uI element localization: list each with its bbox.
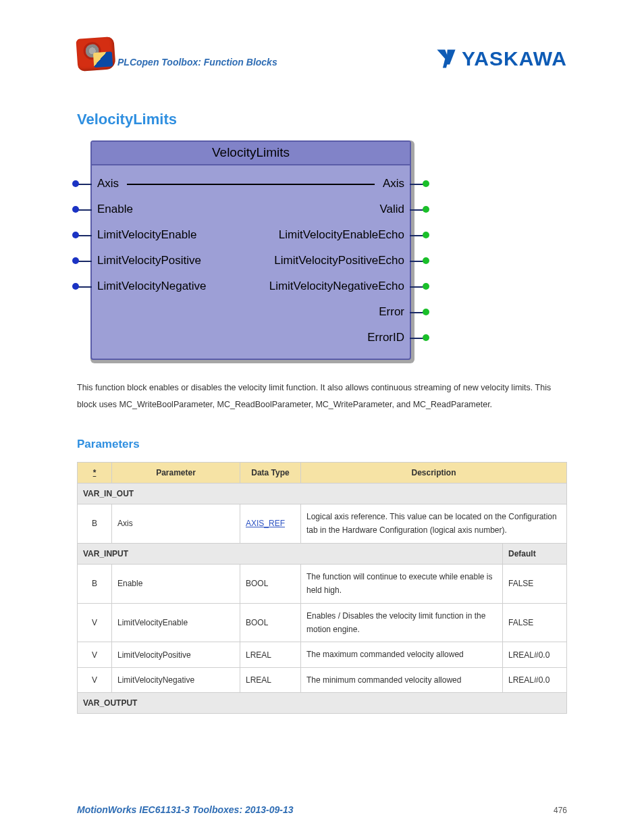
fb-row: EnableValid	[92, 197, 410, 222]
fb-input-dot-icon	[72, 283, 79, 290]
table-header-row: * Parameter Data Type Description	[78, 463, 567, 484]
parameters-heading: Parameters	[77, 438, 567, 451]
fb-row: LimitVelocityPositiveLimitVelocityPositi…	[92, 248, 410, 273]
fb-output-label: Error	[379, 305, 404, 319]
fb-output-dot-icon	[423, 257, 429, 264]
fb-input-label: Enable	[97, 203, 133, 216]
cell-datatype: LREAL	[240, 642, 301, 667]
page-title: VelocityLimits	[77, 111, 567, 128]
footer-title: MotionWorks IEC61131-3 Toolboxes: 2013-0…	[77, 804, 294, 815]
fb-title: VelocityLimits	[92, 142, 410, 165]
table-section-label: VAR_OUTPUT	[78, 693, 567, 714]
cell-description: The minimum commanded velocity allowed	[301, 667, 503, 692]
datatype-link[interactable]: AXIS_REF	[246, 519, 285, 528]
col-header-star: *	[78, 463, 112, 484]
fb-output-dot-icon	[423, 283, 429, 290]
footer-page-number: 476	[554, 806, 567, 815]
fb-input-pin	[77, 235, 92, 236]
fb-row: LimitVelocityEnableLimitVelocityEnableEc…	[92, 222, 410, 248]
page-footer: MotionWorks IEC61131-3 Toolboxes: 2013-0…	[77, 804, 567, 815]
cell-parameter: Enable	[112, 564, 240, 603]
function-block-diagram: VelocityLimits AxisAxisEnableValidLimitV…	[90, 140, 414, 363]
cell-parameter: LimitVelocityPositive	[112, 642, 240, 667]
cell-parameter: Axis	[112, 504, 240, 544]
cell-datatype: BOOL	[240, 564, 301, 603]
cell-datatype: AXIS_REF	[240, 504, 301, 544]
cell-star: V	[78, 642, 112, 667]
description-paragraph: This function block enables or disables …	[77, 380, 567, 413]
cell-default: LREAL#0.0	[503, 642, 567, 667]
header-left: PLCopen Toolbox: Function Blocks	[77, 38, 277, 70]
yaskawa-mark-icon	[435, 47, 458, 70]
fb-output-label: LimitVelocityPositiveEcho	[274, 254, 404, 267]
table-section-label: VAR_INPUT	[78, 543, 503, 564]
breadcrumb: PLCopen Toolbox: Function Blocks	[117, 57, 277, 68]
fb-output-dot-icon	[423, 334, 429, 341]
cell-parameter: LimitVelocityEnable	[112, 603, 240, 642]
col-header-description: Description	[301, 463, 567, 484]
fb-output-dot-icon	[423, 180, 429, 187]
table-section-row: VAR_IN_OUT	[78, 484, 567, 504]
table-row: VLimitVelocityPositiveLREALThe maximum c…	[78, 642, 567, 667]
cell-star: V	[78, 603, 112, 642]
fb-output-label: Axis	[383, 177, 404, 190]
col-header-parameter: Parameter	[112, 463, 240, 484]
table-section-label: VAR_IN_OUT	[78, 484, 567, 504]
fb-output-dot-icon	[423, 309, 429, 315]
table-row: BAxisAXIS_REFLogical axis reference. Thi…	[78, 504, 567, 544]
table-row: VLimitVelocityNegativeLREALThe minimum c…	[78, 667, 567, 692]
cell-default: LREAL#0.0	[503, 667, 567, 692]
fb-output-dot-icon	[423, 206, 429, 213]
fb-input-label: LimitVelocityNegative	[97, 280, 207, 293]
fb-row: LimitVelocityNegativeLimitVelocityNegati…	[92, 273, 410, 299]
col-header-default: Default	[503, 543, 567, 564]
fb-row: AxisAxis	[92, 171, 410, 197]
fb-input-dot-icon	[72, 206, 79, 213]
brand-logo: YASKAWA	[435, 47, 567, 70]
fb-axis-through-line	[127, 184, 375, 185]
fb-output-label: Valid	[379, 203, 404, 216]
cell-default: FALSE	[503, 603, 567, 642]
fb-input-pin	[77, 261, 92, 262]
table-row: VLimitVelocityEnableBOOLEnables / Disabl…	[78, 603, 567, 642]
cell-datatype: LREAL	[240, 667, 301, 692]
fb-input-dot-icon	[72, 257, 79, 264]
fb-output-dot-icon	[423, 232, 429, 238]
page-header: PLCopen Toolbox: Function Blocks YASKAWA	[77, 38, 567, 70]
cell-star: V	[78, 667, 112, 692]
table-section-row: VAR_INPUTDefault	[78, 543, 567, 564]
cell-star: B	[78, 504, 112, 544]
table-row: BEnableBOOLThe function will continue to…	[78, 564, 567, 603]
fb-input-pin	[77, 209, 92, 211]
fb-row: Error	[92, 299, 410, 325]
cell-star: B	[78, 564, 112, 603]
brand-text: YASKAWA	[462, 47, 567, 70]
fb-input-pin	[77, 184, 92, 185]
page: PLCopen Toolbox: Function Blocks YASKAWA…	[0, 0, 644, 834]
fb-row: ErrorID	[92, 325, 410, 350]
col-header-datatype: Data Type	[240, 463, 301, 484]
cell-parameter: LimitVelocityNegative	[112, 667, 240, 692]
cell-datatype: BOOL	[240, 603, 301, 642]
fb-input-label: LimitVelocityEnable	[97, 228, 196, 242]
fb-input-dot-icon	[72, 232, 79, 238]
cell-description: Logical axis reference. This value can b…	[301, 504, 567, 544]
fb-input-pin	[77, 286, 92, 288]
fb-output-label: ErrorID	[367, 331, 404, 344]
cell-description: Enables / Disables the velocity limit fu…	[301, 603, 503, 642]
cell-description: The function will continue to execute wh…	[301, 564, 503, 603]
fb-output-label: LimitVelocityEnableEcho	[279, 228, 404, 242]
fb-output-label: LimitVelocityNegativeEcho	[269, 280, 404, 293]
table-section-row: VAR_OUTPUT	[78, 693, 567, 714]
cell-default: FALSE	[503, 564, 567, 603]
parameters-table: * Parameter Data Type Description VAR_IN…	[77, 462, 567, 714]
fb-input-dot-icon	[72, 180, 79, 187]
fb-input-label: Axis	[97, 177, 119, 190]
plcopen-badge-icon	[76, 36, 115, 72]
fb-input-label: LimitVelocityPositive	[97, 254, 201, 267]
cell-description: The maximum commanded velocity allowed	[301, 642, 503, 667]
